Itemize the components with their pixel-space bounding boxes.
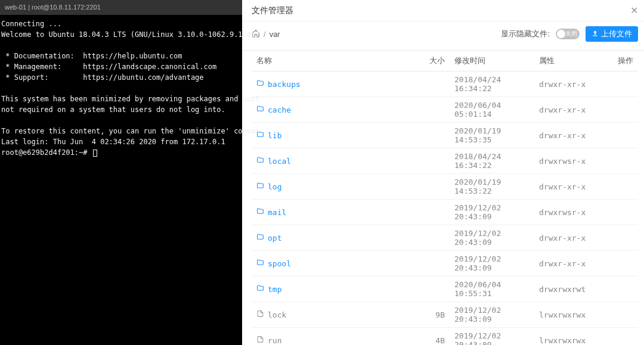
file-name[interactable]: tmp: [252, 284, 419, 294]
folder-icon: [256, 207, 264, 217]
toolbar: / var 显示隐藏文件: 关闭 上传文件: [242, 21, 644, 51]
file-attr: drwxrwsr-x: [539, 157, 609, 166]
file-name: lock: [252, 310, 419, 319]
table-row: log 2020/01/19 14:53:22 drwxr-xr-x: [252, 174, 638, 200]
file-manager-panel: 文件管理器 ✕ / var 显示隐藏文件: 关闭 上传文件: [242, 0, 644, 345]
file-attr: lrwxrwxrwx: [539, 336, 609, 345]
file-name-text: lib: [268, 131, 281, 140]
terminal-lines: Connecting ... Welcome to Ubuntu 18.04.3…: [1, 20, 259, 146]
terminal-output[interactable]: Connecting ... Welcome to Ubuntu 18.04.3…: [0, 15, 242, 158]
hidden-files-toggle[interactable]: 关闭: [556, 29, 580, 39]
file-time: 2019/12/02 20:43:09: [454, 331, 539, 345]
file-name[interactable]: backups: [252, 79, 419, 89]
file-time: 2020/01/19 14:53:22: [454, 178, 539, 195]
terminal-pane: web-01 | root@10.8.11.172:2201 Connectin…: [0, 0, 242, 345]
toolbar-right: 显示隐藏文件: 关闭 上传文件: [501, 26, 638, 42]
file-attr: drwxr-xr-x: [539, 182, 609, 191]
file-attr: drwxr-xr-x: [539, 80, 609, 89]
file-name-text: spool: [268, 259, 291, 268]
file-attr: drwxr-xr-x: [539, 259, 609, 268]
file-time: 2018/04/24 16:34:22: [454, 75, 539, 93]
upload-icon: [592, 30, 599, 39]
file-time: 2019/12/02 20:43:09: [454, 203, 539, 221]
file-name[interactable]: opt: [252, 233, 419, 243]
close-icon[interactable]: ✕: [630, 5, 638, 16]
file-name-text: tmp: [268, 285, 281, 294]
col-time-header: 修改时间: [454, 55, 539, 66]
file-time: 2020/01/19 14:53:35: [454, 126, 539, 144]
file-time: 2018/04/24 16:34:22: [454, 152, 539, 170]
file-time: 2019/12/02 20:43:09: [454, 254, 539, 272]
table-row: backups 2018/04/24 16:34:22 drwxr-xr-x: [252, 72, 638, 97]
file-name-text: lock: [268, 310, 286, 319]
table-header: 名称 大小 修改时间 属性 操作: [252, 51, 638, 72]
file-name-text: run: [268, 336, 281, 345]
folder-icon: [256, 233, 264, 243]
file-attr: drwxrwsr-x: [539, 208, 609, 217]
breadcrumb-path[interactable]: var: [270, 30, 280, 39]
file-attr: drwxr-xr-x: [539, 105, 609, 114]
file-name-text: backups: [268, 80, 301, 89]
file-attr: drwxr-xr-x: [539, 234, 609, 243]
table-row: spool 2019/12/02 20:43:09 drwxr-xr-x: [252, 251, 638, 276]
table-row: cache 2020/06/04 05:01:14 drwxr-xr-x: [252, 97, 638, 123]
terminal-prompt: root@e629b2d4f201:~#: [1, 148, 92, 157]
file-attr: drwxr-xr-x: [539, 131, 609, 140]
table-row: local 2018/04/24 16:34:22 drwxrwsr-x: [252, 148, 638, 174]
col-size-header: 大小: [419, 55, 454, 66]
file-attr: drwxrwxrwt: [539, 285, 609, 294]
file-name-text: mail: [268, 208, 286, 217]
switch-knob: [557, 30, 565, 38]
panel-title: 文件管理器: [252, 5, 293, 16]
upload-button[interactable]: 上传文件: [586, 26, 638, 42]
file-name[interactable]: log: [252, 182, 419, 191]
switch-off-label: 关闭: [565, 30, 577, 38]
table-row: mail 2019/12/02 20:43:09 drwxrwsr-x: [252, 200, 638, 225]
file-name[interactable]: cache: [252, 105, 419, 114]
table-row: lock 9B 2019/12/02 20:43:09 lrwxrwxrwx: [252, 302, 638, 328]
folder-icon: [256, 284, 264, 294]
table-body: backups 2018/04/24 16:34:22 drwxr-xr-x c…: [252, 72, 638, 345]
file-name: run: [252, 335, 419, 345]
table-row: opt 2019/12/02 20:43:09 drwxr-xr-x: [252, 225, 638, 251]
file-name[interactable]: mail: [252, 207, 419, 217]
file-attr: lrwxrwxrwx: [539, 310, 609, 319]
terminal-cursor: [93, 150, 97, 157]
file-size: 4B: [419, 336, 454, 345]
file-name[interactable]: spool: [252, 259, 419, 268]
folder-icon: [256, 105, 264, 114]
table-row: run 4B 2019/12/02 20:43:09 lrwxrwxrwx: [252, 328, 638, 345]
hidden-files-label: 显示隐藏文件:: [501, 29, 550, 39]
file-name-text: local: [268, 157, 291, 166]
folder-icon: [256, 259, 264, 268]
table-row: lib 2020/01/19 14:53:35 drwxr-xr-x: [252, 123, 638, 148]
folder-icon: [256, 156, 264, 166]
col-attr-header: 属性: [539, 55, 609, 66]
file-name[interactable]: lib: [252, 130, 419, 140]
breadcrumb-sep: /: [264, 30, 266, 39]
file-time: 2020/06/04 10:55:31: [454, 280, 539, 298]
file-size: 9B: [419, 310, 454, 319]
file-name-text: cache: [268, 105, 291, 114]
panel-header: 文件管理器 ✕: [242, 0, 644, 21]
file-time: 2019/12/02 20:43:09: [454, 306, 539, 324]
col-name-header: 名称: [252, 55, 419, 66]
file-icon: [256, 335, 264, 345]
file-name-text: log: [268, 182, 281, 191]
file-name[interactable]: local: [252, 156, 419, 166]
file-table: 名称 大小 修改时间 属性 操作 backups 2018/04/24 16:3…: [252, 51, 638, 345]
folder-icon: [256, 182, 264, 191]
table-row: tmp 2020/06/04 10:55:31 drwxrwxrwt: [252, 276, 638, 302]
file-time: 2020/06/04 05:01:14: [454, 101, 539, 119]
upload-label: 上传文件: [601, 29, 632, 39]
file-name-text: opt: [268, 234, 281, 243]
file-icon: [256, 310, 264, 319]
file-time: 2019/12/02 20:43:09: [454, 229, 539, 247]
terminal-header: web-01 | root@10.8.11.172:2201: [0, 0, 242, 15]
folder-icon: [256, 79, 264, 89]
col-ops-header: 操作: [609, 55, 638, 66]
